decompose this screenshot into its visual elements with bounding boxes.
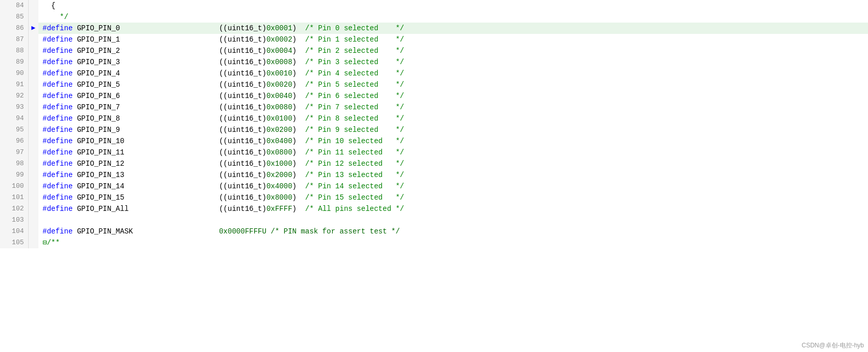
code-token: ((uint16_t) xyxy=(219,182,266,190)
code-token: GPIO_PIN_MASK xyxy=(73,227,219,236)
code-token: ((uint16_t) xyxy=(219,58,266,66)
code-token: 0x1000 xyxy=(266,160,292,168)
code-token: GPIO_PIN_3 xyxy=(73,58,219,66)
code-token: ) xyxy=(292,137,305,145)
code-token: GPIO_PIN_8 xyxy=(73,114,219,123)
table-row: 95#define GPIO_PIN_9 ((uint16_t)0x0200) … xyxy=(0,124,868,135)
line-number: 92 xyxy=(0,90,28,102)
debug-arrow xyxy=(28,56,38,68)
line-number: 97 xyxy=(0,147,28,158)
debug-arrow xyxy=(28,113,38,124)
code-token: /* Pin 10 selected */ xyxy=(305,137,404,145)
code-token: ((uint16_t) xyxy=(219,47,266,55)
code-token: #define xyxy=(43,103,73,111)
line-number: 93 xyxy=(0,102,28,113)
debug-arrow xyxy=(28,11,38,23)
code-token: 0x0000FFFFU /* PIN mask for assert test … xyxy=(219,227,400,236)
debug-arrow xyxy=(28,45,38,56)
code-content: */ xyxy=(38,11,868,23)
table-row: 101#define GPIO_PIN_15 ((uint16_t)0x8000… xyxy=(0,192,868,203)
table-row: 103 xyxy=(0,214,868,226)
code-token: ) xyxy=(292,24,305,32)
code-token: #define xyxy=(43,148,73,157)
code-token: ) xyxy=(292,58,305,66)
code-token: GPIO_PIN_4 xyxy=(73,69,219,77)
code-content: #define GPIO_PIN_2 ((uint16_t)0x0004) /*… xyxy=(38,45,868,56)
debug-arrow xyxy=(28,135,38,147)
code-token: ) xyxy=(292,69,305,77)
code-token: #define xyxy=(43,92,73,100)
code-token: GPIO_PIN_12 xyxy=(73,160,219,168)
code-token: 0x0100 xyxy=(266,114,292,123)
table-row: 90#define GPIO_PIN_4 ((uint16_t)0x0010) … xyxy=(0,68,868,79)
debug-arrow xyxy=(28,158,38,169)
code-token: 0x0800 xyxy=(266,148,292,157)
code-editor: 84 {85 */86▶#define GPIO_PIN_0 ((uint16_… xyxy=(0,0,868,352)
line-number: 102 xyxy=(0,203,28,214)
code-token: /* Pin 15 selected */ xyxy=(305,193,404,202)
code-token: #define xyxy=(43,35,73,44)
debug-arrow xyxy=(28,214,38,226)
code-token: 0x0400 xyxy=(266,137,292,145)
line-number: 90 xyxy=(0,68,28,79)
table-row: 89#define GPIO_PIN_3 ((uint16_t)0x0008) … xyxy=(0,56,868,68)
code-token: ((uint16_t) xyxy=(219,69,266,77)
code-content: #define GPIO_PIN_10 ((uint16_t)0x0400) /… xyxy=(38,135,868,147)
watermark-label: CSDN@卓创-电控-hyb xyxy=(801,341,864,350)
code-token: ) xyxy=(292,81,305,89)
code-token: ((uint16_t) xyxy=(219,81,266,89)
code-token: GPIO_PIN_13 xyxy=(73,171,219,179)
debug-arrow xyxy=(28,68,38,79)
line-number: 94 xyxy=(0,113,28,124)
code-token: ) xyxy=(292,35,305,44)
code-token: ((uint16_t) xyxy=(219,148,266,157)
code-token: #define xyxy=(43,205,73,213)
code-token: ) xyxy=(292,103,305,111)
code-token: 0x8000 xyxy=(266,193,292,202)
code-token: #define xyxy=(43,126,73,134)
debug-arrow xyxy=(28,192,38,203)
code-token: ) xyxy=(292,160,305,168)
code-token: #define xyxy=(43,114,73,123)
code-table: 84 {85 */86▶#define GPIO_PIN_0 ((uint16_… xyxy=(0,0,868,248)
code-content: #define GPIO_PIN_8 ((uint16_t)0x0100) /*… xyxy=(38,113,868,124)
code-token: GPIO_PIN_11 xyxy=(73,148,219,157)
code-token: GPIO_PIN_14 xyxy=(73,182,219,190)
debug-arrow xyxy=(28,181,38,192)
table-row: 104#define GPIO_PIN_MASK 0x0000FFFFU /* … xyxy=(0,226,868,237)
code-token: /* All pins selected */ xyxy=(305,205,404,213)
line-number: 89 xyxy=(0,56,28,68)
table-row: 85 */ xyxy=(0,11,868,23)
code-token: 0x0008 xyxy=(266,58,292,66)
code-token: #define xyxy=(43,137,73,145)
code-token: 0x0020 xyxy=(266,81,292,89)
table-row: 99#define GPIO_PIN_13 ((uint16_t)0x2000)… xyxy=(0,169,868,181)
debug-arrow xyxy=(28,34,38,45)
table-row: 100#define GPIO_PIN_14 ((uint16_t)0x4000… xyxy=(0,181,868,192)
debug-arrow xyxy=(28,237,38,248)
code-token: #define xyxy=(43,193,73,202)
code-token: GPIO_PIN_10 xyxy=(73,137,219,145)
code-token: */ xyxy=(43,13,68,21)
code-token: /* Pin 6 selected */ xyxy=(305,92,404,100)
code-token: GPIO_PIN_0 xyxy=(73,24,219,32)
line-number: 105 xyxy=(0,237,28,248)
code-content: #define GPIO_PIN_15 ((uint16_t)0x8000) /… xyxy=(38,192,868,203)
line-number: 101 xyxy=(0,192,28,203)
code-token: /* Pin 1 selected */ xyxy=(305,35,404,44)
table-row: 87#define GPIO_PIN_1 ((uint16_t)0x0002) … xyxy=(0,34,868,45)
table-row: 102#define GPIO_PIN_All ((uint16_t)0xFFF… xyxy=(0,203,868,214)
line-number: 86 xyxy=(0,23,28,34)
code-token: ) xyxy=(292,114,305,123)
code-token: { xyxy=(43,2,55,10)
code-token: 0x0004 xyxy=(266,47,292,55)
code-token: 0x0040 xyxy=(266,92,292,100)
table-row: 91#define GPIO_PIN_5 ((uint16_t)0x0020) … xyxy=(0,79,868,90)
code-token: #define xyxy=(43,69,73,77)
code-token: ) xyxy=(292,47,305,55)
code-token: GPIO_PIN_15 xyxy=(73,193,219,202)
code-token: /* Pin 0 selected */ xyxy=(305,24,404,32)
line-number: 88 xyxy=(0,45,28,56)
code-content: #define GPIO_PIN_14 ((uint16_t)0x4000) /… xyxy=(38,181,868,192)
code-content: ⊟/** xyxy=(38,237,868,248)
